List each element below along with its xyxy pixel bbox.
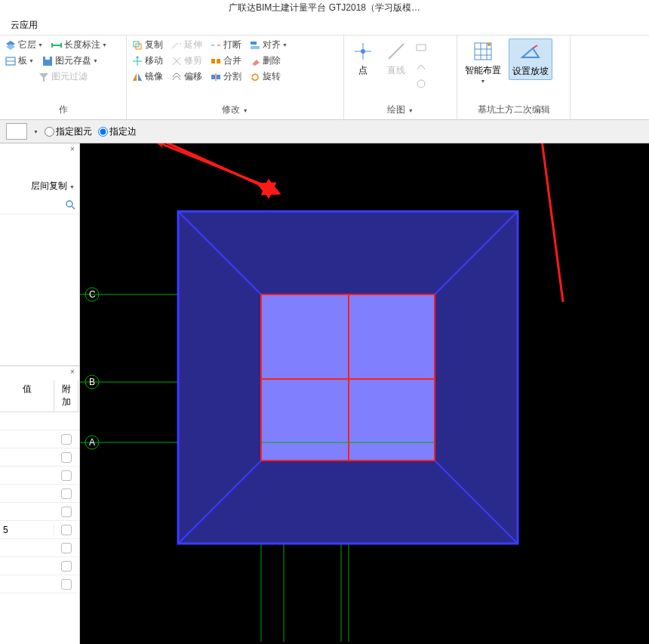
close-icon[interactable]: ×: [67, 145, 78, 156]
rotate-icon: [249, 71, 261, 83]
split-button[interactable]: 分割: [210, 70, 241, 83]
slab-button[interactable]: 板 ▼: [5, 54, 34, 67]
layer-button[interactable]: 它层 ▼: [5, 39, 43, 51]
merge-button[interactable]: 合并: [210, 54, 241, 67]
checkbox[interactable]: [61, 543, 72, 553]
ribbon-group-excavation: 智能布置 ▼ 设置放坡 基坑土方二次编辑: [457, 35, 571, 119]
table-row: [0, 485, 79, 503]
line-button[interactable]: 直线: [382, 39, 411, 79]
col-value: 值: [0, 380, 54, 411]
ribbon-group-left: 它层 ▼ 长度标注 ▼ 板 ▼ 图元存盘 ▼: [0, 35, 127, 119]
circle-icon[interactable]: [415, 78, 427, 90]
break-button[interactable]: 打断: [210, 39, 241, 51]
svg-marker-42: [522, 48, 539, 57]
svg-point-32: [361, 49, 365, 54]
mirror-icon: [131, 71, 143, 83]
checkbox[interactable]: [61, 470, 72, 481]
svg-point-41: [488, 43, 491, 46]
rotate-button[interactable]: 旋转: [249, 70, 281, 83]
menu-cloud-app[interactable]: 云应用: [6, 18, 42, 32]
extend-icon: [171, 39, 183, 51]
main-area: × 层间复制 ▼ × 值 附加 5: [0, 143, 649, 644]
offset-icon: [171, 71, 183, 83]
length-dim-button[interactable]: 长度标注 ▼: [51, 39, 107, 51]
point-button[interactable]: 点: [349, 39, 377, 79]
align-button[interactable]: 对齐▼: [249, 39, 288, 51]
table-row: [0, 557, 79, 575]
ribbon-group-modify: 复制 延伸 打断 对齐▼ 移动 修剪 合并 删除 镜像 偏移 分割 旋转 修改 …: [127, 35, 344, 119]
ruler-icon: [51, 39, 63, 51]
checkbox[interactable]: [61, 579, 72, 590]
grid-header: 值 附加: [0, 380, 79, 412]
checkbox[interactable]: [61, 525, 72, 535]
search-icon: [64, 199, 76, 211]
merge-icon: [210, 55, 222, 67]
svg-point-44: [66, 201, 72, 207]
chevron-down-icon: ▼: [102, 42, 107, 48]
copy-button[interactable]: 复制: [131, 39, 163, 51]
grid-body: 5: [0, 412, 79, 593]
offset-button[interactable]: 偏移: [171, 70, 202, 83]
option-combo[interactable]: [6, 123, 27, 140]
move-icon: [131, 55, 143, 67]
copy-icon: [131, 39, 143, 51]
set-slope-button[interactable]: 设置放坡: [509, 39, 552, 80]
svg-rect-26: [211, 75, 215, 79]
drawing-canvas[interactable]: C B A: [80, 143, 649, 644]
filter-icon: [38, 71, 50, 83]
grid-magic-icon: [472, 40, 494, 63]
col-extra: 附加: [54, 380, 78, 411]
slab-icon: [5, 55, 17, 67]
svg-rect-34: [417, 45, 426, 51]
svg-marker-24: [133, 73, 137, 81]
rect-icon[interactable]: [415, 42, 427, 54]
checkbox[interactable]: [61, 434, 72, 445]
delete-button[interactable]: 删除: [249, 54, 281, 67]
table-row: [0, 503, 79, 521]
table-row: [0, 430, 79, 448]
trim-button[interactable]: 修剪: [171, 54, 202, 67]
svg-marker-18: [136, 56, 139, 58]
svg-text:A: A: [89, 437, 95, 448]
trim-icon: [171, 55, 183, 67]
disk-icon: [42, 55, 54, 67]
chevron-down-icon: ▼: [93, 58, 98, 63]
close-icon[interactable]: ×: [67, 368, 78, 378]
copy-between-floors[interactable]: 层间复制: [31, 180, 67, 191]
svg-marker-9: [39, 73, 48, 82]
table-row: [0, 467, 79, 485]
point-icon: [352, 40, 374, 63]
svg-rect-27: [217, 75, 220, 79]
svg-line-12: [172, 44, 177, 48]
svg-line-45: [72, 206, 75, 209]
table-row: [0, 412, 79, 430]
svg-rect-21: [211, 59, 215, 63]
group-label-operate: 作: [5, 102, 121, 116]
radio-specify-edge[interactable]: 指定边: [98, 125, 137, 138]
search-row[interactable]: [0, 196, 79, 214]
app-title: 广联达BIM土建计量平台 GTJ2018（学习版模…: [229, 2, 420, 13]
layer-icon: [5, 39, 17, 51]
checkbox[interactable]: [61, 452, 72, 463]
radio-specify-element[interactable]: 指定图元: [45, 125, 92, 138]
element-save-button[interactable]: 图元存盘 ▼: [42, 54, 98, 67]
mirror-button[interactable]: 镜像: [131, 70, 163, 83]
element-filter-button[interactable]: 图元过滤: [38, 70, 88, 83]
ribbon-group-draw: 点 直线 绘图 ▼: [344, 35, 457, 119]
side-panel: × 层间复制 ▼ × 值 附加 5: [0, 143, 80, 644]
checkbox[interactable]: [61, 488, 72, 499]
group-label-excavation: 基坑土方二次编辑: [462, 102, 565, 116]
checkbox[interactable]: [61, 561, 72, 572]
checkbox[interactable]: [61, 507, 72, 517]
table-row: [0, 539, 79, 557]
table-row: [0, 448, 79, 467]
smart-layout-button[interactable]: 智能布置 ▼: [462, 39, 504, 85]
menu-bar: 云应用: [0, 16, 649, 35]
svg-rect-17: [251, 46, 260, 49]
move-button[interactable]: 移动: [131, 54, 163, 67]
arc-icon[interactable]: [415, 60, 427, 72]
svg-line-43: [533, 45, 537, 48]
chevron-down-icon: ▼: [282, 42, 288, 48]
svg-marker-23: [252, 60, 260, 66]
extend-button[interactable]: 延伸: [171, 39, 202, 51]
